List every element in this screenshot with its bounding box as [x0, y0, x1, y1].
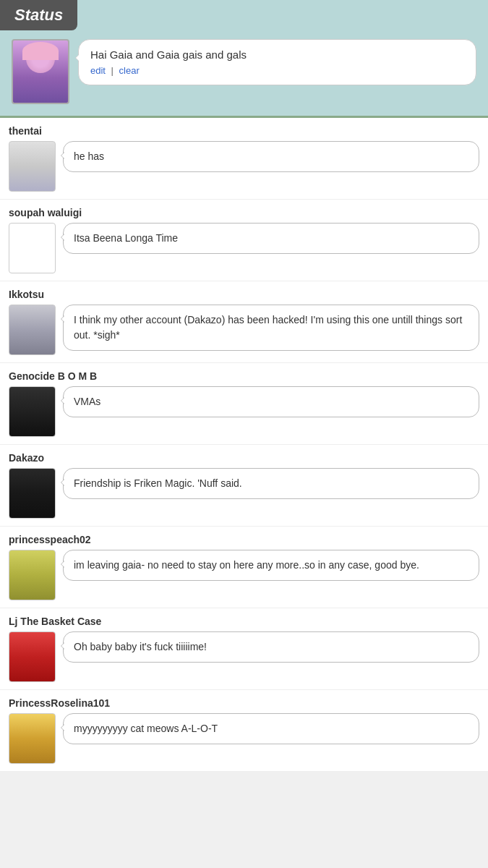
friend-status-bubble: Oh baby baby it's fuck tiiiiime! [63, 631, 479, 663]
friend-content: Friendship is Friken Magic. 'Nuff said. [9, 468, 479, 519]
status-text: Hai Gaia and Gaia gais and gals [90, 48, 464, 61]
friend-status-bubble: Itsa Beena Longa Time [63, 223, 479, 254]
status-content: Hai Gaia and Gaia gais and gals edit | c… [0, 39, 488, 104]
status-bubble: Hai Gaia and Gaia gais and gals edit | c… [78, 39, 476, 85]
edit-link[interactable]: edit [90, 65, 106, 76]
avatar [9, 386, 56, 437]
friend-content: VMAs [9, 386, 479, 437]
clear-link[interactable]: clear [119, 65, 140, 76]
friend-username[interactable]: Genocide B O M B [9, 370, 479, 382]
friend-username[interactable]: princesspeach02 [9, 534, 479, 545]
friends-list: thentaihe hassoupah waluigiItsa Beena Lo… [0, 118, 488, 772]
friend-content: he has [9, 141, 479, 192]
list-item: PrincessRoselina101myyyyyyyyy cat meows … [0, 690, 488, 772]
list-item: thentaihe has [0, 118, 488, 200]
friend-status-bubble: im leaving gaia- no need to stay on here… [63, 550, 479, 581]
avatar [9, 141, 56, 192]
friend-content: myyyyyyyyy cat meows A-L-O-T [9, 713, 479, 764]
avatar [9, 713, 56, 764]
status-header: Status [0, 0, 77, 30]
list-item: Lj The Basket CaseOh baby baby it's fuck… [0, 608, 488, 690]
friend-status-bubble: he has [63, 141, 479, 172]
status-section: Status Hai Gaia and Gaia gais and gals e… [0, 0, 488, 118]
list-item: IkkotsuI think my other account (Dakazo)… [0, 281, 488, 363]
list-item: DakazoFriendship is Friken Magic. 'Nuff … [0, 445, 488, 527]
friend-content: im leaving gaia- no need to stay on here… [9, 550, 479, 600]
friend-username[interactable]: PrincessRoselina101 [9, 697, 479, 709]
list-item: Genocide B O M BVMAs [0, 363, 488, 445]
friend-content: Itsa Beena Longa Time [9, 223, 479, 273]
avatar [12, 39, 69, 104]
friend-status-bubble: I think my other account (Dakazo) has be… [63, 305, 479, 351]
avatar [9, 631, 56, 682]
status-links: edit | clear [90, 65, 464, 76]
avatar [9, 223, 56, 273]
friend-username[interactable]: thentai [9, 125, 479, 137]
avatar [9, 468, 56, 519]
friend-status-bubble: VMAs [63, 386, 479, 417]
avatar [9, 550, 56, 600]
friend-username[interactable]: soupah waluigi [9, 207, 479, 218]
friend-username[interactable]: Lj The Basket Case [9, 616, 479, 627]
separator: | [111, 65, 114, 76]
friend-status-bubble: myyyyyyyyy cat meows A-L-O-T [63, 713, 479, 744]
friend-username[interactable]: Dakazo [9, 452, 479, 464]
status-header-text: Status [14, 6, 63, 24]
avatar [9, 305, 56, 355]
friend-content: I think my other account (Dakazo) has be… [9, 305, 479, 355]
friend-content: Oh baby baby it's fuck tiiiiime! [9, 631, 479, 682]
list-item: soupah waluigiItsa Beena Longa Time [0, 200, 488, 281]
list-item: princesspeach02im leaving gaia- no need … [0, 527, 488, 608]
friend-username[interactable]: Ikkotsu [9, 289, 479, 300]
friend-status-bubble: Friendship is Friken Magic. 'Nuff said. [63, 468, 479, 499]
